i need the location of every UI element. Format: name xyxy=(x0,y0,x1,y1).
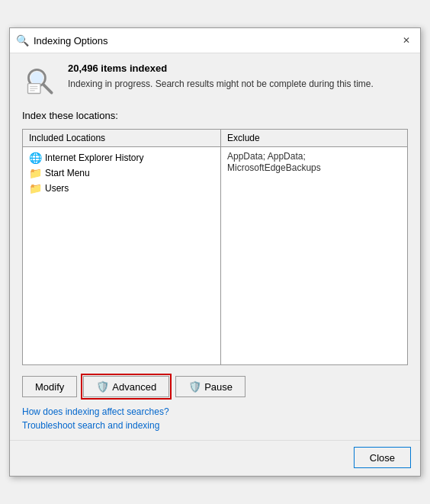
modify-button[interactable]: Modify xyxy=(22,376,77,397)
list-item[interactable]: 🌐 Internet Explorer History xyxy=(23,150,220,165)
shield-icon: 🛡️ xyxy=(96,380,109,393)
list-item[interactable]: 📁 Start Menu xyxy=(23,165,220,181)
status-message: Indexing in progress. Search results mig… xyxy=(68,79,374,89)
window-title: Indexing Options xyxy=(34,35,108,47)
search-indexing-icon xyxy=(22,63,59,99)
svg-point-1 xyxy=(30,72,43,85)
col-exclude-header: Exclude xyxy=(221,130,407,146)
folder-icon: 📁 xyxy=(29,167,42,179)
close-window-button[interactable]: ✕ xyxy=(399,33,414,48)
col-included-header: Included Locations xyxy=(23,130,221,146)
items-indexed-label: 20,496 items indexed xyxy=(68,63,374,74)
footer-row: Close xyxy=(10,440,420,476)
locations-table: Included Locations Exclude 🌐 Internet Ex… xyxy=(22,129,408,365)
status-info: 20,496 items indexed Indexing in progres… xyxy=(68,63,374,89)
section-label: Index these locations: xyxy=(22,110,408,121)
shield-icon-pause: 🛡️ xyxy=(188,380,201,393)
location-name: Internet Explorer History xyxy=(45,152,143,163)
globe-icon: 🌐 xyxy=(29,152,42,164)
advanced-button-label: Advanced xyxy=(112,381,156,393)
advanced-button[interactable]: 🛡️ Advanced xyxy=(83,376,169,397)
indexing-options-window: 🔍 Indexing Options ✕ xyxy=(9,27,421,477)
exclude-value: AppData; AppData; MicrosoftEdgeBackups xyxy=(227,151,321,173)
included-locations-list[interactable]: 🌐 Internet Explorer History 📁 Start Menu… xyxy=(23,147,221,364)
troubleshoot-link[interactable]: Troubleshoot search and indexing xyxy=(22,420,408,431)
main-content: 20,496 items indexed Indexing in progres… xyxy=(10,53,420,440)
status-row: 20,496 items indexed Indexing in progres… xyxy=(22,63,408,99)
title-bar: 🔍 Indexing Options ✕ xyxy=(10,28,420,53)
links-section: How does indexing affect searches? Troub… xyxy=(22,406,408,431)
exclude-locations-list: AppData; AppData; MicrosoftEdgeBackups xyxy=(221,147,407,364)
location-name: Start Menu xyxy=(45,168,90,178)
pause-button[interactable]: 🛡️ Pause xyxy=(175,376,245,397)
window-icon: 🔍 xyxy=(16,34,29,47)
how-does-indexing-link[interactable]: How does indexing affect searches? xyxy=(22,406,408,417)
list-item[interactable]: 📁 Users xyxy=(23,181,220,196)
action-buttons-row: Modify 🛡️ Advanced 🛡️ Pause xyxy=(22,376,408,397)
pause-button-label: Pause xyxy=(204,381,233,393)
title-bar-left: 🔍 Indexing Options xyxy=(16,34,108,47)
close-button[interactable]: Close xyxy=(354,447,411,468)
table-body: 🌐 Internet Explorer History 📁 Start Menu… xyxy=(23,147,407,364)
table-header: Included Locations Exclude xyxy=(23,130,407,147)
location-name: Users xyxy=(45,183,69,194)
folder-icon: 📁 xyxy=(29,182,42,194)
svg-line-2 xyxy=(43,85,52,93)
